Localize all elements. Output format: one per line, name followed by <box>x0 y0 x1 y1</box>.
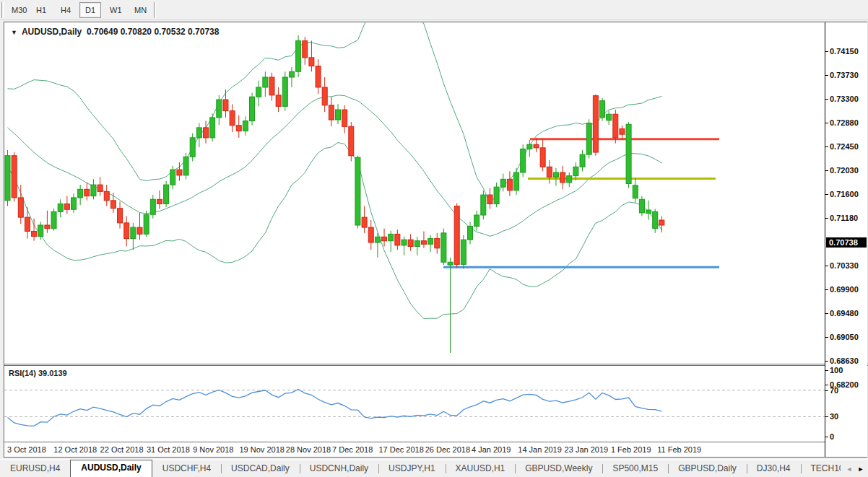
date-axis-label: 19 Nov 2018 <box>240 445 285 454</box>
price-chart-plot[interactable]: ▼AUDUSD,Daily 0.70649 0.70820 0.70532 0.… <box>4 22 825 364</box>
price-axis-label: 0.72450 <box>830 142 859 151</box>
candle <box>110 193 116 213</box>
price-axis: 0.741500.737300.733000.728800.724500.720… <box>825 22 867 457</box>
price-tick <box>825 123 828 123</box>
candle <box>507 171 512 196</box>
candle <box>633 178 638 203</box>
date-axis-label: 3 Oct 2018 <box>7 445 46 454</box>
chart-tab-gbpusd[interactable]: GBPUSD,Weekly <box>515 461 602 477</box>
chart-tab-gbpusd[interactable]: GBPUSD,Daily <box>668 461 747 477</box>
chart-tab-usdchf[interactable]: USDCHF,H4 <box>152 461 221 477</box>
timeframe-button-mn[interactable]: MN <box>129 2 152 18</box>
candle <box>51 209 56 231</box>
candle <box>402 237 407 255</box>
candle <box>607 111 612 125</box>
timeframe-toolbar: M30H1H4D1W1MN <box>0 0 868 20</box>
candle <box>118 201 123 228</box>
current-price-badge: 0.70738 <box>826 237 867 248</box>
timeframe-button-w1[interactable]: W1 <box>104 2 128 18</box>
candle <box>659 216 664 233</box>
candle <box>349 122 354 161</box>
candle <box>329 97 334 126</box>
price-axis-label: 0.74150 <box>830 47 859 56</box>
rsi-line <box>8 389 662 426</box>
price-tick <box>825 289 828 290</box>
candle <box>514 168 519 195</box>
timeframe-button-m30[interactable]: M30 <box>6 2 32 18</box>
timeframe-button-h1[interactable]: H1 <box>30 2 52 18</box>
chart-symbol: AUDUSD,Daily <box>22 27 82 37</box>
price-tick <box>825 361 828 362</box>
chart-tab-sp500[interactable]: SP500,M15 <box>602 461 668 477</box>
price-tick <box>825 266 828 266</box>
candle <box>303 37 308 65</box>
candle <box>164 181 169 207</box>
candle <box>620 126 625 140</box>
candle <box>593 95 598 156</box>
candle <box>421 232 426 248</box>
date-axis-label: 14 Jan 2019 <box>518 445 562 454</box>
candle <box>150 195 155 219</box>
rsi-panel[interactable]: RSI(14) 39.0139 <box>4 366 825 442</box>
date-axis-label: 26 Dec 2018 <box>425 445 470 454</box>
chart-tab-audusd[interactable]: AUDUSD,Daily <box>70 460 152 477</box>
candle <box>236 115 241 138</box>
chart-tab-xauusd[interactable]: XAUUSD,H1 <box>446 461 516 477</box>
chart-tab-usdjpy[interactable]: USDJPY,H1 <box>378 461 445 477</box>
date-axis-label: 28 Nov 2018 <box>286 445 331 454</box>
candle <box>586 119 591 158</box>
candle <box>84 183 90 201</box>
price-axis-label: 0.69900 <box>830 285 859 294</box>
toolbar-groove <box>154 2 156 18</box>
date-axis-label: 11 Feb 2019 <box>657 445 701 454</box>
candle <box>395 229 400 250</box>
timeframe-button-h4[interactable]: H4 <box>55 2 77 18</box>
candle <box>626 122 631 188</box>
candle <box>309 41 314 72</box>
price-axis-label: 0.73730 <box>830 71 859 79</box>
bollinger-middle-band <box>8 95 662 236</box>
candle <box>500 174 505 192</box>
candlestick-chart[interactable] <box>4 22 825 364</box>
date-axis-label: 9 Nov 2018 <box>193 445 233 454</box>
rsi-indicator-label: RSI(14) 39.0139 <box>9 369 67 377</box>
rsi-tick <box>825 370 828 371</box>
candle <box>263 71 268 97</box>
candle <box>131 223 136 250</box>
candle <box>124 216 129 247</box>
candle <box>282 71 287 110</box>
rsi-tick <box>825 416 828 417</box>
price-tick <box>825 51 828 52</box>
candle <box>368 220 373 250</box>
candle <box>269 73 274 101</box>
price-axis-label: 0.71180 <box>830 214 858 222</box>
timeframe-button-d1[interactable]: D1 <box>79 2 101 18</box>
chart-tab-eurusd[interactable]: EURUSD,H4 <box>0 461 70 477</box>
date-axis-label: 12 Oct 2018 <box>53 445 97 454</box>
tab-scroll-left-button[interactable]: ◄ <box>843 463 855 476</box>
candle <box>481 191 486 219</box>
candle <box>316 59 321 94</box>
chart-tab-usdcnh[interactable]: USDCNH,Daily <box>300 461 378 477</box>
tab-scroll-right-button[interactable]: ► <box>855 463 867 476</box>
date-axis-label: 31 Oct 2018 <box>147 445 190 454</box>
chart-title: ▼AUDUSD,Daily 0.70649 0.70820 0.70532 0.… <box>11 27 219 37</box>
price-axis-label: 0.68630 <box>830 356 859 365</box>
candle <box>342 105 347 134</box>
candle <box>454 204 459 268</box>
candle <box>336 104 341 124</box>
price-tick <box>825 75 828 76</box>
chevron-down-icon[interactable]: ▼ <box>11 29 17 36</box>
candle <box>230 104 235 132</box>
date-axis-label: 4 Jan 2019 <box>472 445 511 454</box>
price-tick <box>825 170 828 171</box>
date-axis: 3 Oct 201812 Oct 201822 Oct 201831 Oct 2… <box>4 442 825 457</box>
candle <box>137 213 142 240</box>
chart-tab-usdcad[interactable]: USDCAD,Daily <box>221 461 300 477</box>
candle <box>256 81 261 107</box>
candle <box>415 237 420 255</box>
price-tick <box>825 194 828 195</box>
date-axis-label: 7 Dec 2018 <box>332 445 373 454</box>
chart-tab-dj30[interactable]: DJ30,H4 <box>747 461 801 477</box>
candle <box>71 194 77 213</box>
